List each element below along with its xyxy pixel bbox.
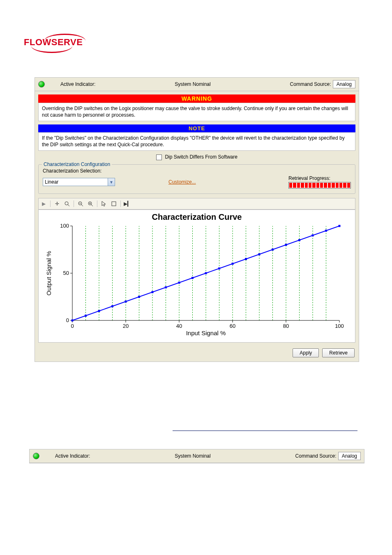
rect-select-icon[interactable] (111, 200, 117, 207)
svg-text:40: 40 (176, 323, 182, 329)
retrieval-progress-label: Retrieval Progress: (288, 175, 351, 181)
svg-text:Input Signal %: Input Signal % (186, 329, 226, 336)
retrieval-progress-bar (288, 182, 351, 189)
skip-icon[interactable]: ▶▎ (124, 200, 131, 207)
svg-rect-51 (98, 310, 100, 312)
characterization-select[interactable]: Linear ▼ (43, 178, 115, 186)
secondary-panel: Active Indicator: System Nominal Command… (29, 449, 364, 463)
dip-switch-row: Dip Switch Differs From Software (38, 154, 355, 160)
chart-container: Characterization Curve 02040608010005010… (38, 210, 355, 343)
active-indicator-label: Active Indicator: (60, 81, 95, 87)
command-source-label: Command Source: (290, 81, 331, 87)
toolbar-separator (97, 200, 97, 207)
svg-rect-63 (258, 253, 261, 256)
svg-rect-68 (325, 230, 327, 232)
svg-text:0: 0 (71, 323, 74, 329)
apply-button[interactable]: Apply (293, 348, 319, 357)
chevron-down-icon: ▼ (108, 178, 115, 186)
svg-rect-64 (272, 249, 274, 251)
zoom-in-icon[interactable] (87, 200, 94, 207)
svg-line-4 (81, 205, 83, 206)
active-indicator-dot-2 (33, 453, 39, 459)
chart-title: Characterization Curve (44, 212, 350, 222)
svg-rect-60 (218, 267, 220, 269)
logo-arc-bottom (31, 46, 72, 53)
svg-rect-55 (152, 291, 154, 293)
svg-rect-61 (232, 263, 234, 265)
characterization-select-value: Linear (45, 179, 58, 185)
pointer-icon[interactable] (101, 200, 107, 207)
svg-text:0: 0 (66, 317, 69, 323)
config-legend: Characterization Configuration (42, 161, 112, 167)
svg-text:50: 50 (63, 270, 69, 276)
retrieve-button[interactable]: Retrieve (322, 348, 355, 357)
zoom-select-icon[interactable] (64, 200, 70, 207)
note-body: If the "Dip Switches" on the Characteriz… (38, 132, 355, 151)
system-status-value-2: System Nominal (175, 453, 210, 459)
svg-rect-66 (298, 239, 300, 241)
svg-line-8 (91, 205, 93, 206)
brand-logo: FLOWSERVE (24, 37, 83, 48)
svg-rect-49 (71, 320, 74, 322)
svg-rect-56 (165, 286, 167, 288)
svg-text:100: 100 (335, 323, 344, 329)
svg-rect-67 (312, 235, 314, 237)
svg-rect-53 (125, 301, 127, 303)
svg-rect-50 (85, 315, 87, 317)
play-icon[interactable]: ▶ (40, 200, 47, 207)
warning-body: Overriding the DIP switches on the Logix… (38, 103, 355, 121)
svg-text:100: 100 (60, 223, 69, 229)
active-indicator-label-2: Active Indicator: (55, 453, 90, 459)
system-status-value: System Nominal (175, 81, 210, 87)
svg-text:20: 20 (123, 323, 129, 329)
svg-rect-59 (205, 272, 207, 274)
status-bar: Active Indicator: System Nominal Command… (35, 78, 359, 91)
command-source-value-2: Analog (338, 452, 361, 460)
selection-label: Characterization Selection: (43, 168, 101, 174)
customize-link[interactable]: Customize... (168, 179, 196, 185)
chart-toolbar: ▶ ✛ ▶▎ (38, 198, 355, 210)
zoom-out-icon[interactable] (77, 200, 84, 207)
toolbar-separator (120, 200, 121, 207)
command-source-label-2: Command Source: (295, 453, 337, 459)
warning-header: WARNING (38, 94, 355, 103)
characterization-chart: 020406080100050100Input Signal %Output S… (44, 223, 348, 338)
svg-point-0 (65, 202, 68, 205)
crosshair-icon[interactable]: ✛ (54, 200, 60, 207)
toolbar-separator (74, 200, 74, 207)
main-panel: Active Indicator: System Nominal Command… (35, 77, 359, 362)
command-source-value: Analog (333, 80, 355, 88)
svg-rect-69 (339, 225, 341, 227)
toolbar-separator (50, 200, 51, 207)
note-header: NOTE (38, 124, 355, 132)
svg-text:Output Signal %: Output Signal % (45, 251, 52, 295)
page-separator-line (173, 431, 357, 431)
characterization-config-group: Characterization Configuration Character… (38, 164, 355, 194)
svg-rect-57 (178, 282, 180, 284)
dip-switch-checkbox[interactable] (156, 154, 162, 160)
svg-rect-52 (111, 305, 113, 307)
svg-rect-65 (285, 244, 287, 246)
svg-line-1 (68, 205, 69, 206)
svg-text:80: 80 (283, 323, 289, 329)
svg-text:60: 60 (230, 323, 235, 329)
active-indicator-dot (38, 81, 45, 88)
button-row: Apply Retrieve (35, 346, 359, 362)
svg-rect-54 (138, 296, 140, 298)
svg-rect-9 (112, 202, 116, 206)
svg-rect-62 (245, 258, 247, 260)
dip-switch-label: Dip Switch Differs From Software (165, 154, 238, 160)
logo-arc-top (44, 34, 85, 41)
status-bar-2: Active Indicator: System Nominal Command… (30, 449, 364, 463)
svg-rect-58 (191, 277, 194, 279)
